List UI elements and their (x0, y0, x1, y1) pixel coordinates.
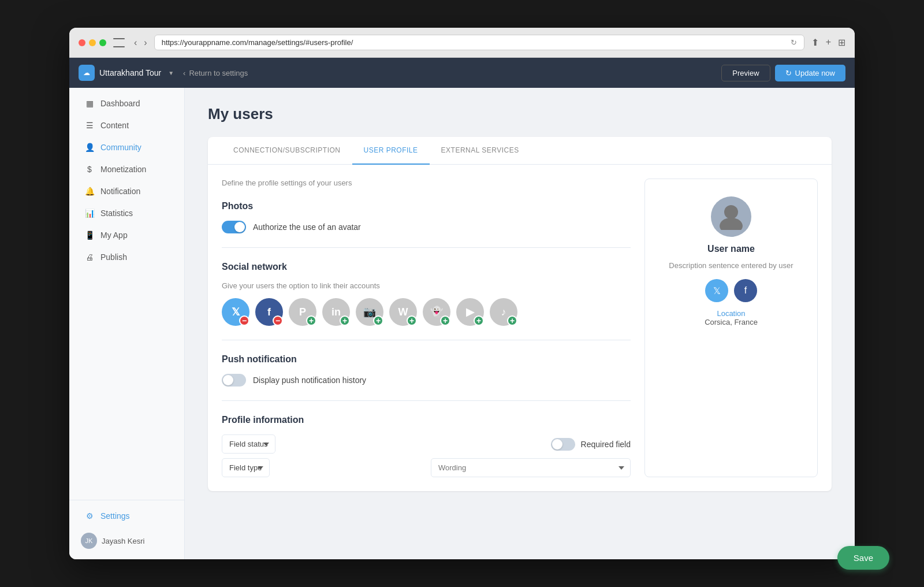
sidebar-item-label: My App (100, 231, 128, 240)
twitter-badge: − (239, 315, 249, 326)
monetization-icon: $ (84, 165, 95, 174)
minimize-button[interactable] (89, 39, 96, 46)
user-name: Jayash Kesri (102, 537, 144, 545)
new-tab-icon[interactable]: + (826, 37, 831, 48)
sidebar-item-myapp[interactable]: 📱 My App (73, 225, 181, 246)
notification-icon: 🔔 (84, 187, 95, 196)
push-history-label: Display push notification history (253, 376, 366, 385)
sidebar-item-label: Content (100, 121, 129, 130)
settings-label: Settings (100, 511, 130, 521)
avatar-toggle[interactable] (222, 221, 246, 233)
linkedin-badge: + (340, 315, 350, 326)
social-facebook[interactable]: f − (255, 298, 283, 326)
close-button[interactable] (79, 39, 85, 46)
field-status-select[interactable]: Field status Active Inactive (222, 434, 275, 454)
browser-chrome: ‹ › https://yourappname.com/manage/setti… (69, 28, 855, 58)
wording-input[interactable] (431, 458, 631, 477)
youtube-badge: + (474, 315, 484, 326)
back-nav-icon[interactable]: ‹ (134, 38, 137, 48)
social-linkedin[interactable]: in + (322, 298, 350, 326)
preview-avatar (711, 196, 751, 237)
chevron-down-icon: ▼ (168, 70, 174, 76)
social-instagram[interactable]: 📷 + (356, 298, 383, 326)
app-header: ☁ Uttarakhand Tour ▼ ‹ Return to setting… (69, 58, 855, 88)
back-arrow-icon: ‹ (183, 69, 185, 77)
user-profile-sidebar[interactable]: JK Jayash Kesri (69, 527, 184, 555)
preview-twitter-btn: 𝕏 (705, 279, 728, 302)
location-label: Location (717, 309, 745, 318)
settings-card: Connection/Subscription User Profile Ext… (208, 137, 832, 491)
maximize-button[interactable] (99, 39, 106, 46)
sidebar-item-monetization[interactable]: $ Monetization (73, 159, 181, 180)
required-field-row: Required field (551, 438, 631, 451)
svg-point-1 (720, 218, 743, 230)
social-network-section: Social network Give your users the optio… (222, 262, 631, 326)
tab-external-services[interactable]: External Services (430, 137, 531, 165)
push-notification-section: Push notification Display push notificat… (222, 354, 631, 387)
location-value: Corsica, France (705, 318, 758, 326)
social-pinterest[interactable]: P + (289, 298, 316, 326)
profile-preview-panel: User name Description sentence entered b… (644, 179, 818, 477)
photos-title: Photos (222, 201, 631, 211)
url-text: https://yourappname.com/manage/settings/… (162, 38, 353, 47)
social-tiktok[interactable]: ♪ + (490, 298, 517, 326)
main-content: My users Connection/Subscription User Pr… (185, 88, 855, 559)
required-toggle-knob (552, 439, 562, 449)
push-toggle-row: Display push notification history (222, 374, 631, 387)
reload-icon[interactable]: ↻ (791, 38, 797, 47)
divider-3 (222, 400, 631, 401)
sidebar-item-settings[interactable]: ⚙ Settings (73, 506, 181, 526)
toggle-knob (234, 222, 245, 232)
back-to-settings-link[interactable]: ‹ Return to settings (183, 69, 248, 77)
social-whatsapp[interactable]: W + (389, 298, 417, 326)
header-actions: Preview ↻ Update now (721, 65, 845, 81)
sidebar-item-statistics[interactable]: 📊 Statistics (73, 203, 181, 224)
statistics-icon: 📊 (84, 209, 95, 218)
sidebar-bottom: ⚙ Settings JK Jayash Kesri (69, 500, 184, 559)
instagram-badge: + (373, 315, 383, 326)
sidebar-item-community[interactable]: 👤 Community (73, 137, 181, 158)
logo-icon: ☁ (79, 65, 95, 81)
avatar-toggle-row: Authorize the use of an avatar (222, 221, 631, 233)
preview-username: User name (707, 244, 755, 254)
field-row: Field status Active Inactive R (222, 434, 631, 454)
social-youtube[interactable]: ▶ + (456, 298, 484, 326)
tiktok-badge: + (507, 315, 517, 326)
social-snapchat[interactable]: 👻 + (423, 298, 450, 326)
social-networks-list: 𝕏 − f − P (222, 298, 631, 326)
profile-information-section: Profile information Field status Active … (222, 415, 631, 477)
avatar-toggle-label: Authorize the use of an avatar (253, 222, 361, 232)
tab-content: Define the profile settings of your user… (208, 165, 832, 491)
grid-icon[interactable]: ⊞ (838, 37, 845, 48)
update-now-button[interactable]: ↻ Update now (775, 65, 845, 81)
tab-user-profile[interactable]: User Profile (352, 137, 430, 165)
settings-icon: ⚙ (84, 511, 95, 521)
profile-info-title: Profile information (222, 415, 631, 425)
pinterest-badge: + (306, 315, 316, 326)
field-type-select[interactable]: Field type Text Number (222, 458, 270, 477)
field-type-row: Field type Text Number (222, 458, 631, 477)
sidebar-item-notification[interactable]: 🔔 Notification (73, 181, 181, 202)
required-field-toggle[interactable] (551, 438, 575, 451)
tab-connection[interactable]: Connection/Subscription (222, 137, 352, 165)
save-button[interactable]: Save (837, 546, 889, 570)
push-history-toggle[interactable] (222, 374, 246, 387)
address-bar[interactable]: https://yourappname.com/manage/settings/… (154, 35, 804, 50)
sidebar-item-label: Monetization (100, 165, 146, 174)
preview-button[interactable]: Preview (721, 65, 770, 81)
snapchat-badge: + (440, 315, 450, 326)
sidebar-item-publish[interactable]: 🖨 Publish (73, 247, 181, 268)
sidebar-item-content[interactable]: ☰ Content (73, 115, 181, 136)
forward-nav-icon[interactable]: › (144, 38, 147, 48)
sidebar-item-label: Statistics (100, 209, 133, 218)
social-twitter[interactable]: 𝕏 − (222, 298, 249, 326)
browser-actions: ⬆ + ⊞ (811, 37, 845, 48)
sidebar-toggle-icon[interactable] (113, 38, 125, 47)
refresh-icon: ↻ (785, 69, 792, 77)
app-logo[interactable]: ☁ Uttarakhand Tour ▼ (79, 65, 174, 81)
share-icon[interactable]: ⬆ (811, 37, 819, 48)
traffic-lights (79, 39, 106, 46)
photos-section: Photos Authorize the use of an avatar (222, 201, 631, 233)
sidebar-item-dashboard[interactable]: ▦ Dashboard (73, 93, 181, 114)
app-body: ▦ Dashboard ☰ Content 👤 Community $ Mone… (69, 88, 855, 559)
